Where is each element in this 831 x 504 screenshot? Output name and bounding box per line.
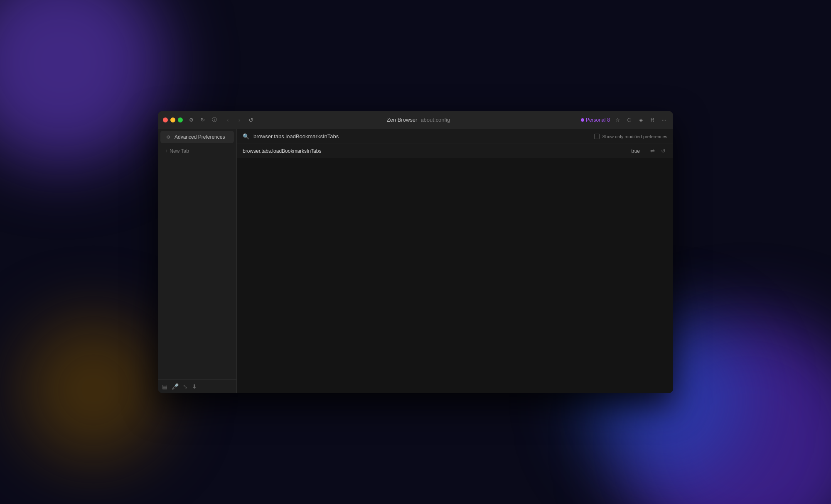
show-modified-label[interactable]: Show only modified preferences (594, 134, 667, 139)
title-bar: ⚙ ↻ ⓘ ‹ › ↺ Zen Browser about:config Per… (158, 111, 673, 129)
profile-label: Personal (586, 117, 605, 123)
toggle-button[interactable]: ⇌ (648, 147, 656, 155)
pref-table: browser.tabs.loadBookmarksInTabs true ⇌ … (237, 144, 673, 269)
title-bar-right: Personal 8 ☆ ⬡ ◈ R ··· (581, 116, 668, 124)
browser-window: ⚙ ↻ ⓘ ‹ › ↺ Zen Browser about:config Per… (158, 111, 673, 393)
browser-content: ⚙ Advanced Preferences + New Tab ▤ 🎤 ⤡ ⬇… (158, 129, 673, 393)
more-menu-button[interactable]: ··· (660, 116, 668, 124)
profile-dot (581, 118, 584, 122)
search-bar-container: 🔍 Show only modified preferences (237, 129, 673, 144)
settings-icon[interactable]: ⚙ (187, 116, 195, 124)
new-tab-button[interactable]: + New Tab (160, 146, 234, 157)
nav-controls: ‹ › ↺ (223, 115, 256, 125)
forward-button[interactable]: › (234, 115, 244, 125)
sidebar: ⚙ Advanced Preferences + New Tab ▤ 🎤 ⤡ ⬇ (158, 129, 237, 393)
maximize-button[interactable] (178, 117, 183, 122)
reset-button[interactable]: ↺ (659, 147, 667, 155)
sidebar-item-label: Advanced Preferences (175, 134, 225, 140)
extensions-icon[interactable]: ⬡ (625, 116, 633, 124)
profile-badge[interactable]: Personal 8 (581, 117, 610, 123)
reload-button[interactable]: ↺ (246, 115, 256, 125)
profile-number: 8 (607, 117, 610, 123)
shield-icon[interactable]: ◈ (637, 116, 645, 124)
pref-name: browser.tabs.loadBookmarksInTabs (243, 148, 631, 154)
refresh-icon[interactable]: ↻ (199, 116, 207, 124)
sidebar-bottom: ▤ 🎤 ⤡ ⬇ (158, 379, 236, 393)
advanced-prefs-icon: ⚙ (165, 135, 171, 140)
minimize-button[interactable] (170, 117, 175, 122)
show-modified-checkbox[interactable] (594, 134, 600, 139)
pref-value: true (631, 148, 640, 154)
empty-area (237, 269, 673, 393)
search-icon: 🔍 (243, 133, 249, 139)
pref-actions: ⇌ ↺ (648, 147, 667, 155)
traffic-lights (163, 117, 183, 122)
address-bar: Zen Browser about:config (261, 117, 576, 123)
bg-blob-gold-bl (21, 317, 166, 462)
download-icon[interactable]: ⬇ (192, 383, 197, 390)
sidebar-toggle-icon[interactable]: ▤ (162, 383, 167, 390)
current-url: about:config (420, 117, 450, 123)
sidebar-item-advanced-preferences[interactable]: ⚙ Advanced Preferences (160, 131, 234, 143)
bg-blob-purple-tl (0, 0, 166, 166)
back-button[interactable]: ‹ (223, 115, 233, 125)
table-row[interactable]: browser.tabs.loadBookmarksInTabs true ⇌ … (237, 144, 673, 158)
new-tab-label: + New Tab (165, 148, 189, 154)
title-bar-icons: ⚙ ↻ ⓘ (187, 116, 219, 124)
app-name: Zen Browser (387, 117, 418, 123)
search-input[interactable] (253, 133, 590, 139)
show-modified-text: Show only modified preferences (602, 134, 667, 139)
info-icon[interactable]: ⓘ (210, 116, 219, 124)
main-content: 🔍 Show only modified preferences browser… (237, 129, 673, 393)
raindrop-icon[interactable]: R (648, 116, 656, 124)
expand-icon[interactable]: ⤡ (183, 383, 188, 390)
mic-icon[interactable]: 🎤 (172, 383, 179, 390)
bookmark-icon[interactable]: ☆ (613, 116, 622, 124)
close-button[interactable] (163, 117, 168, 122)
